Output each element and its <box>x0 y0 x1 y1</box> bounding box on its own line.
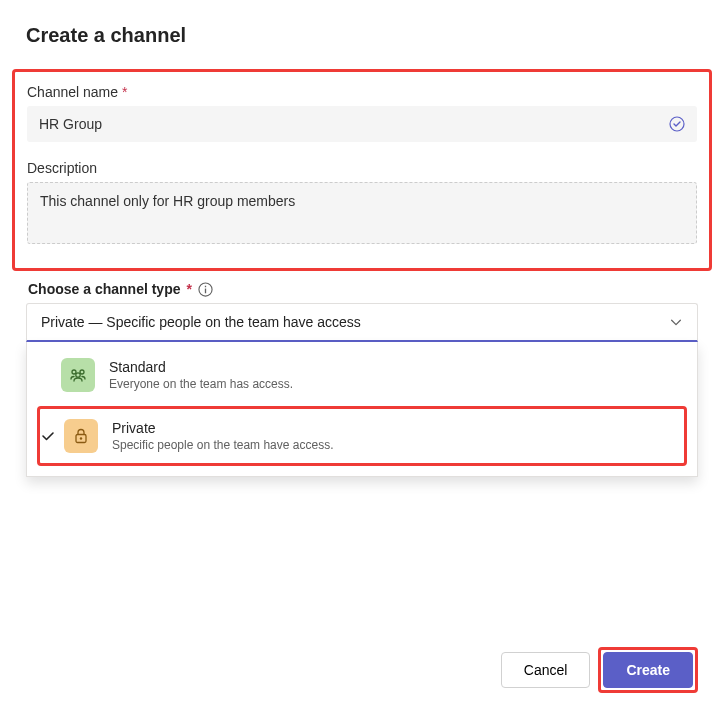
option-subtitle: Specific people on the team have access. <box>112 438 333 452</box>
create-button[interactable]: Create <box>603 652 693 688</box>
chevron-down-icon <box>669 315 683 329</box>
svg-rect-3 <box>205 285 206 287</box>
option-title: Standard <box>109 359 293 377</box>
create-channel-dialog: Create a channel Channel name * Descript… <box>0 0 724 501</box>
checkmark-icon <box>40 428 56 444</box>
info-icon[interactable] <box>198 282 213 297</box>
channel-type-label: Choose a channel type * <box>28 281 698 297</box>
required-asterisk: * <box>186 281 191 297</box>
channel-name-label: Channel name * <box>27 84 697 100</box>
channel-type-dropdown[interactable]: Private — Specific people on the team ha… <box>26 303 698 342</box>
people-icon <box>61 358 95 392</box>
svg-point-5 <box>80 370 84 374</box>
required-asterisk: * <box>122 84 127 100</box>
option-subtitle: Everyone on the team has access. <box>109 377 293 391</box>
cancel-button[interactable]: Cancel <box>501 652 591 688</box>
channel-name-input[interactable] <box>27 106 697 142</box>
svg-point-6 <box>76 373 80 377</box>
highlight-create-button: Create <box>598 647 698 693</box>
dialog-title: Create a channel <box>26 24 698 47</box>
channel-type-options-panel: Standard Everyone on the team has access… <box>26 342 698 477</box>
channel-type-selected: Private — Specific people on the team ha… <box>41 314 361 330</box>
dialog-footer: Cancel Create <box>501 647 698 693</box>
svg-point-0 <box>670 117 684 131</box>
svg-rect-2 <box>205 288 206 293</box>
svg-point-8 <box>80 437 82 439</box>
lock-icon <box>64 419 98 453</box>
description-input[interactable]: This channel only for HR group members <box>27 182 697 244</box>
check-circle-icon <box>669 116 685 132</box>
svg-point-4 <box>72 370 76 374</box>
description-label: Description <box>27 160 697 176</box>
highlight-private-option: Private Specific people on the team have… <box>37 406 687 466</box>
highlight-name-description: Channel name * Description This channel … <box>12 69 712 271</box>
channel-type-option-private[interactable]: Private Specific people on the team have… <box>40 411 684 461</box>
option-title: Private <box>112 420 333 438</box>
channel-type-option-standard[interactable]: Standard Everyone on the team has access… <box>27 350 697 400</box>
